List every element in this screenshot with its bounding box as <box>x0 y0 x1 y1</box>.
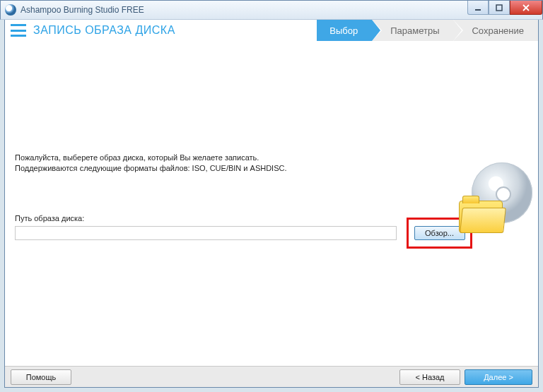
step-select[interactable]: Выбор <box>317 20 372 41</box>
instruction-line: Пожалуйста, выберете образ диска, которы… <box>15 153 287 163</box>
titlebar: Ashampoo Burning Studio FREE <box>0 0 543 20</box>
instruction-line: Поддерживаются следующие форматы файлов:… <box>15 163 287 174</box>
window-buttons <box>467 1 542 15</box>
instruction-text: Пожалуйста, выберете образ диска, которы… <box>15 153 287 174</box>
svg-rect-1 <box>496 5 502 11</box>
step-save[interactable]: Сохранение <box>453 20 538 41</box>
app-icon <box>5 4 16 16</box>
minimize-button[interactable] <box>467 1 489 15</box>
app-header: ЗАПИСЬ ОБРАЗА ДИСКА Выбор Параметры Сохр… <box>5 20 538 41</box>
next-button[interactable]: Далее > <box>465 369 532 385</box>
window-title: Ashampoo Burning Studio FREE <box>21 5 144 15</box>
menu-icon[interactable] <box>11 24 26 37</box>
path-label: Путь образа диска: <box>15 214 84 222</box>
svg-rect-0 <box>475 9 481 11</box>
main-panel: Пожалуйста, выберете образ диска, которы… <box>5 41 538 366</box>
back-button[interactable]: < Назад <box>399 369 460 385</box>
disc-folder-graphic <box>455 162 532 233</box>
step-parameters[interactable]: Параметры <box>372 20 453 41</box>
page-title: ЗАПИСЬ ОБРАЗА ДИСКА <box>33 24 175 37</box>
disc-image-path-input[interactable] <box>15 226 397 240</box>
wizard-steps: Выбор Параметры Сохранение <box>317 20 538 41</box>
help-button[interactable]: Помощь <box>11 369 71 385</box>
maximize-button[interactable] <box>489 1 510 15</box>
folder-icon <box>459 201 503 233</box>
close-button[interactable] <box>510 1 542 15</box>
footer-bar: Помощь < Назад Далее > <box>5 366 538 387</box>
client-area: ЗАПИСЬ ОБРАЗА ДИСКА Выбор Параметры Сохр… <box>4 20 539 388</box>
